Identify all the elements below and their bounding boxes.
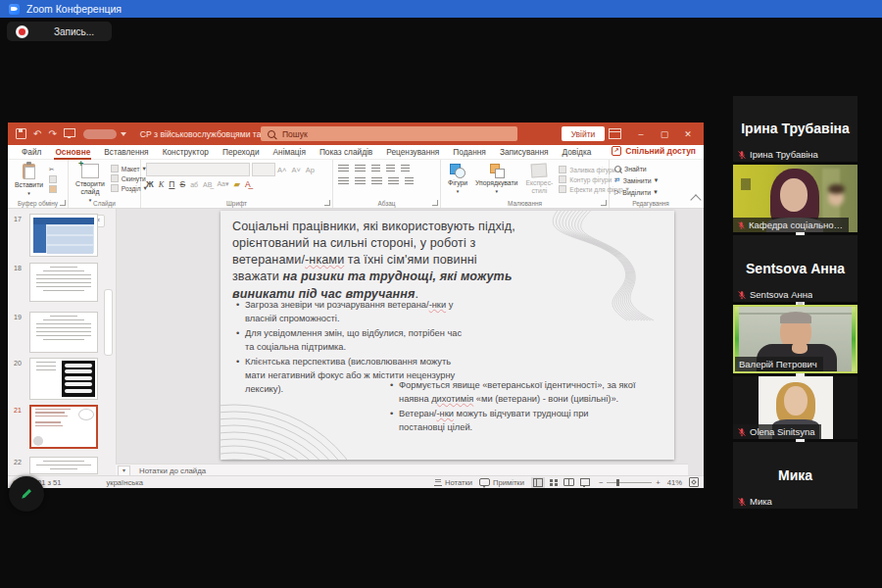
line-spacing-icon[interactable] [401,165,410,173]
copy-button[interactable] [49,175,57,183]
new-slide-button[interactable]: Створити слайд▾ [74,163,107,204]
collapse-ribbon-icon[interactable] [690,194,701,205]
zoom-slider[interactable]: − + [599,478,661,487]
zoom-slider-handle[interactable] [616,479,619,486]
font-name-select[interactable] [146,163,250,176]
participant-tile-6[interactable]: МикаМика [733,442,858,509]
search-input[interactable] [280,128,461,140]
numbering-icon[interactable] [355,165,366,173]
cut-button[interactable]: ✂ [49,166,57,173]
notes-splitter-icon[interactable]: ▾ [118,466,130,476]
font-size-select[interactable] [252,163,275,176]
clear-format-icon[interactable]: Ар [306,166,315,174]
justify-icon[interactable] [388,177,399,186]
ribbon-display-options-icon[interactable] [609,128,621,139]
quick-styles-button[interactable]: Експрес-стилі [523,163,555,196]
minimize-button[interactable]: – [629,129,653,139]
slide-sorter-view-button[interactable] [547,477,561,488]
strikethrough-button[interactable]: S [179,179,185,189]
bold-button[interactable]: Ж [146,179,154,189]
tab-Вставлення[interactable]: Вставлення [97,145,155,159]
participant-tile-4[interactable]: Валерій Петрович [733,305,858,373]
sign-in-button[interactable]: Увійти [562,126,605,141]
text-shadow-icon[interactable]: аб [190,181,198,188]
drawing-dialog-launcher-icon[interactable] [601,200,607,206]
comments-button[interactable]: Примітки [479,478,524,487]
slide-thumbnail-17[interactable] [29,214,98,257]
ppt-search-box[interactable] [261,126,517,141]
indent-decrease-icon[interactable] [371,165,380,173]
recording-indicator[interactable]: Запись... [7,22,112,41]
font-color-icon[interactable]: А̲ [245,179,251,189]
paste-button[interactable]: Вставити▾ [13,163,45,198]
annotation-tool-button[interactable] [9,476,44,512]
quick-access-toolbar[interactable]: ↶ ↷ [16,128,75,139]
ppt-window-controls[interactable]: – ▢ ✕ [609,122,700,145]
tab-Подання[interactable]: Подання [446,145,493,159]
tab-Файл[interactable]: Файл [15,145,48,159]
thumbnails-scrollbar[interactable] [104,289,113,356]
align-left-icon[interactable] [338,177,349,186]
language-indicator[interactable]: українська [107,478,143,487]
participant-tile-1[interactable]: Ірина ТрубавінаІрина Трубавіна [733,96,858,162]
underline-button[interactable]: П [169,179,174,189]
participant-tile-5[interactable]: Olena Sinitsyna [733,376,858,439]
find-button[interactable]: Знайти [614,166,658,172]
slide-thumbnail-19[interactable] [29,312,98,353]
slide-21[interactable]: Соціальні працівники, які використовують… [220,211,674,460]
save-icon[interactable] [16,128,26,139]
replace-button[interactable]: ⇄Замінити ▾ [614,176,658,184]
slide-thumbnails-panel[interactable]: « 171819202122 [8,209,117,475]
columns-icon[interactable] [405,177,414,186]
format-painter-button[interactable] [49,185,57,193]
slide-bullets-right[interactable]: Формується явище «ветеранської ідентично… [389,379,636,436]
redo-icon[interactable]: ↷ [48,128,56,139]
zoom-percent[interactable]: 41% [667,478,682,487]
italic-button[interactable]: К [159,179,165,189]
paragraph-dialog-launcher-icon[interactable] [432,200,438,206]
slide-thumbnail-18[interactable] [29,263,98,302]
font-dialog-launcher-icon[interactable] [324,200,330,206]
qat-dropdown-icon[interactable] [121,132,126,136]
participant-tile-3[interactable]: Sentsova АннаSentsova Анна [733,235,858,302]
fit-slide-icon[interactable] [689,477,699,487]
slide-title[interactable]: Соціальні працівники, які використовують… [232,219,518,303]
highlight-color-icon[interactable]: ▰ [234,179,241,189]
start-slideshow-icon[interactable] [64,128,75,137]
participant-tile-2[interactable]: Кафедра соціальної п… [733,165,858,232]
autosave-toggle[interactable] [83,129,117,139]
shapes-button[interactable]: Фігури▾ [446,163,469,196]
normal-view-button[interactable] [531,477,545,488]
align-right-icon[interactable] [371,177,382,186]
zoom-out-icon[interactable]: − [599,478,603,487]
shrink-font-icon[interactable]: А˅ [291,166,300,174]
slide-thumbnail-22[interactable] [29,457,98,474]
restore-button[interactable]: ▢ [653,129,676,139]
select-button[interactable]: ▷Виділити ▾ [614,188,658,196]
tab-Переходи[interactable]: Переходи [216,145,267,159]
reading-view-button[interactable] [563,477,576,488]
clipboard-dialog-launcher-icon[interactable] [60,200,66,206]
tab-Довідка[interactable]: Довідка [556,145,599,159]
align-center-icon[interactable] [355,177,366,186]
tab-Показ слайдів[interactable]: Показ слайдів [313,145,379,159]
tab-Анімація[interactable]: Анімація [267,145,313,159]
arrange-button[interactable]: Упорядкувати▾ [473,163,519,196]
char-spacing-icon[interactable]: АВ̲ [203,181,212,188]
bullets-icon[interactable] [338,165,349,173]
tab-Конструктор[interactable]: Конструктор [156,145,216,159]
slideshow-view-button[interactable] [578,477,592,488]
tab-Рецензування[interactable]: Рецензування [379,145,446,159]
undo-icon[interactable]: ↶ [33,128,41,139]
grow-font-icon[interactable]: А˄ [277,166,286,174]
slide-thumbnail-21[interactable] [29,405,98,449]
indent-increase-icon[interactable] [386,165,395,173]
share-button[interactable]: ↗ Спільний доступ [612,146,696,156]
tab-Основне[interactable]: Основне [48,145,97,159]
tab-Записування[interactable]: Записування [493,145,556,159]
zoom-in-icon[interactable]: + [656,478,660,487]
slide-thumbnail-20[interactable] [29,358,98,400]
notes-toggle-button[interactable]: Нотатки [434,478,472,487]
change-case-icon[interactable]: Аа▾ [217,180,228,188]
close-button[interactable]: ✕ [676,129,700,139]
